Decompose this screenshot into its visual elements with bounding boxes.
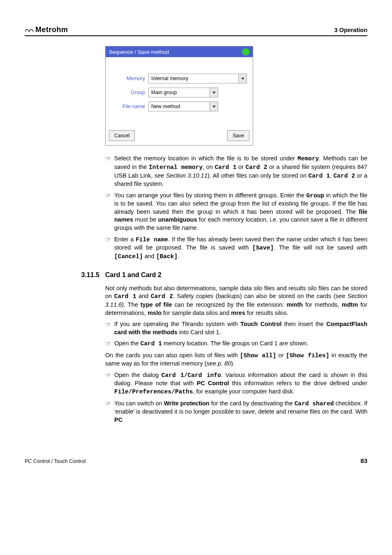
instruction-list-3: ☞ Open the dialog Card 1/Card info. Vari… [105, 371, 367, 424]
t: , on [203, 164, 214, 170]
field-label: Memory [111, 75, 148, 82]
list-item: ☞ You can switch on Write protection for… [105, 400, 367, 424]
hand-point-icon: ☞ [105, 236, 114, 261]
field-label: Group [111, 89, 148, 96]
t: Card shared [295, 400, 334, 407]
instruction-list-1: ☞ Select the memory location in which th… [105, 155, 367, 261]
t: On the cards you can also open lists of … [105, 352, 240, 358]
list-item: ☞ Select the memory location in which th… [105, 155, 367, 188]
list-item: ☞ Open the dialog Card 1/Card info. Vari… [105, 371, 367, 396]
t: Enter a [114, 236, 136, 243]
field-value: Internal memory [149, 75, 238, 82]
dialog-title-text: Sequence / Save method [109, 49, 169, 56]
metrohm-logo-icon [25, 25, 34, 35]
page-footer: PC Control / Touch Control 83 [25, 457, 367, 465]
t: Card 2 [334, 173, 355, 179]
section-label: 3 Operation [334, 26, 367, 35]
t: [Save] [252, 245, 274, 251]
t: for the card by deactivating the [210, 400, 295, 407]
t: mdtm [342, 301, 358, 308]
field-label: File name [111, 103, 148, 110]
chevron-down-icon[interactable] [238, 74, 247, 83]
hand-point-icon: ☞ [105, 371, 114, 396]
brand-block: Metrohm [25, 25, 68, 35]
field-value: Main group [149, 89, 210, 96]
cancel-button[interactable]: Cancel [109, 130, 135, 141]
t: Write protection [164, 400, 210, 407]
t: for sample data silos and [161, 310, 231, 316]
t: Card 2 [246, 164, 267, 171]
dialog-row-group: Group Main group [111, 88, 247, 97]
memory-select[interactable]: Internal memory [148, 74, 247, 83]
chevron-down-icon[interactable] [210, 102, 218, 111]
hand-point-icon: ☞ [105, 155, 114, 188]
chevron-down-icon[interactable] [210, 88, 218, 97]
hand-point-icon: ☞ [105, 320, 114, 336]
t: Select the memory location in which the … [114, 155, 297, 162]
t: Card 1 [215, 164, 237, 171]
t: Internal memory [149, 164, 203, 171]
t: You can arrange your files by storing th… [114, 192, 307, 199]
t: can be recognized by the file extension: [172, 301, 287, 308]
t: . [178, 253, 179, 259]
t: Card 1 [141, 340, 162, 347]
dialog-row-filename: File name New method [111, 102, 247, 111]
t: or [276, 352, 286, 358]
t: . The file will not be saved with [274, 244, 367, 251]
t: [Back] [156, 253, 178, 260]
help-icon[interactable] [242, 48, 249, 56]
t: for results silos. [245, 310, 288, 316]
instruction-list-2: ☞ If you are operating the Titrando syst… [105, 320, 367, 348]
t: mres [231, 310, 245, 316]
page-number: 83 [360, 457, 367, 465]
page-header: Metrohm 3 Operation [25, 25, 367, 36]
t: File name [136, 236, 168, 243]
hand-point-icon: ☞ [105, 192, 114, 232]
dialog-titlebar: Sequence / Save method [106, 46, 253, 57]
list-item: ☞ You can arrange your files by storing … [105, 192, 367, 232]
save-button[interactable]: Save [227, 130, 249, 141]
section-heading: 3.11.5 Card 1 and Card 2 [25, 271, 367, 280]
t: If you are operating the Titrando system… [114, 321, 240, 327]
t: You can switch on [114, 400, 164, 407]
t: Memory [297, 155, 319, 162]
t: or [236, 164, 245, 170]
t: [Cancel] [114, 253, 143, 260]
hand-point-icon: ☞ [105, 400, 114, 424]
field-value: New method [149, 103, 210, 110]
group-select[interactable]: Main group [148, 88, 218, 97]
t: then insert the [281, 321, 326, 327]
t: [Show all] [240, 352, 276, 359]
t: mslo [148, 310, 161, 316]
t: Open the [114, 340, 141, 347]
dialog-body: Memory Internal memory Group Main group … [106, 57, 253, 128]
t: memory location. The file groups on Card… [162, 340, 309, 347]
dialog-row-memory: Memory Internal memory [111, 74, 247, 83]
footer-left: PC Control / Touch Control [25, 458, 85, 465]
list-item: ☞ If you are operating the Titrando syst… [105, 320, 367, 336]
t: this information refers to the drive def… [229, 380, 367, 386]
t: , for example your computer hard disk. [193, 388, 294, 395]
filename-select[interactable]: New method [148, 102, 218, 111]
save-method-dialog: Sequence / Save method Memory Internal m… [105, 46, 253, 146]
brand-text: Metrohm [35, 25, 68, 35]
t: p. 80 [218, 360, 231, 367]
t: type of file [141, 301, 172, 308]
paragraph: On the cards you can also open lists of … [105, 352, 367, 368]
dialog-footer: Cancel Save [106, 128, 253, 145]
t: ). All other files can only be stored on [208, 172, 308, 179]
list-item: ☞ Open the Card 1 memory location. The f… [105, 340, 367, 348]
t: Card 1 [308, 173, 330, 179]
t: [Show files] [286, 352, 330, 359]
t: . Safety copies (backups) can also be st… [173, 293, 348, 299]
t: into Card slot 1. [178, 329, 221, 335]
list-item: ☞ Enter a File name. If the file has alr… [105, 236, 367, 261]
t: Section 3.10.11 [166, 172, 208, 179]
t: Card 2 [151, 293, 173, 300]
t: Card 1/Card info [161, 372, 221, 379]
t: must be [133, 216, 158, 223]
t: unambiguous [158, 216, 197, 223]
t: mmth [286, 301, 302, 308]
section-title: Card 1 and Card 2 [105, 271, 161, 280]
paragraph: Not only methods but also determinations… [105, 284, 367, 317]
